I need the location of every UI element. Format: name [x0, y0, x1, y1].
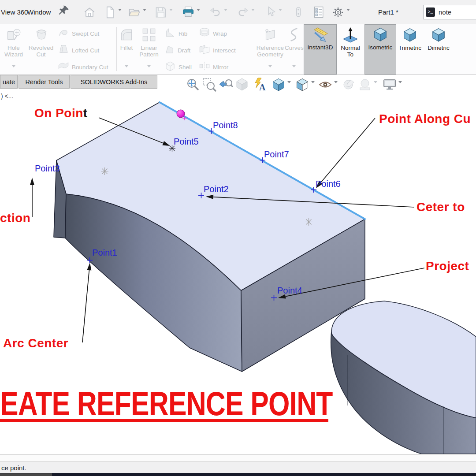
appearance-icon — [342, 77, 357, 92]
appearance-button[interactable] — [341, 77, 357, 93]
section-view-button[interactable] — [234, 77, 250, 93]
point-label-point8: Point8 — [213, 120, 238, 130]
reference-point-marker-icon[interactable] — [168, 145, 176, 154]
annotation-arrow-line — [213, 197, 414, 207]
video-title: EATE REFERENCE POINT — [0, 384, 333, 423]
annotation-visibility-icon: A — [253, 77, 268, 92]
annotation-arc-center: Arc Center — [3, 336, 68, 350]
annotation-arrow-line — [82, 270, 89, 342]
view-orientation-dropdown-caret[interactable] — [287, 83, 291, 91]
annotation-text: Project — [426, 259, 469, 273]
view-orientation-icon — [271, 77, 286, 92]
previous-view-button[interactable] — [218, 77, 234, 93]
svg-text:A: A — [259, 82, 266, 92]
point-label-point3: Point3 — [35, 164, 60, 174]
point-label-point6: Point6 — [316, 179, 341, 189]
annotation-arrow-line — [286, 268, 424, 297]
reference-point-marker-icon[interactable] — [271, 294, 277, 303]
annotation-project: Project — [426, 259, 469, 273]
point-label-point1: Point1 — [92, 248, 117, 258]
annotation-suffix: t — [83, 106, 88, 120]
annotation-text: On Poin — [34, 106, 83, 120]
annotation-point-along-curve: Point Along Cu — [379, 112, 471, 126]
annotation-text: Ceter to — [416, 200, 465, 214]
point-label-point7: Point7 — [264, 149, 289, 160]
annotation-text: Point Along Cu — [379, 112, 471, 126]
asterisk-marker-icon — [305, 218, 313, 228]
scene-button[interactable] — [357, 77, 373, 93]
section-view-icon — [234, 77, 249, 92]
hide-items-icon — [318, 77, 333, 92]
annotation-arrow-line — [99, 118, 163, 143]
hide-items-button[interactable] — [317, 77, 333, 93]
view-settings-button[interactable] — [382, 77, 398, 93]
reference-point-marker-icon[interactable] — [208, 128, 215, 136]
status-strip — [0, 454, 476, 461]
previous-view-icon — [218, 77, 233, 92]
scene-icon — [357, 77, 372, 92]
annotation-arrowhead-icon — [206, 195, 213, 199]
title-underline — [0, 419, 328, 422]
reference-point-marker-icon[interactable] — [310, 186, 317, 195]
reference-point-marker-icon[interactable] — [259, 157, 266, 165]
scene-dropdown-caret[interactable] — [374, 83, 377, 91]
point-label-point4: Point4 — [277, 286, 302, 296]
view-settings-dropdown-caret[interactable] — [398, 83, 402, 91]
zoom-fit-icon — [186, 77, 201, 92]
annotation-on-point: On Point — [34, 106, 88, 120]
annotation-arrowhead-icon — [30, 178, 34, 185]
view-orientation-button[interactable] — [271, 77, 286, 93]
annotation-text: Arc Center — [3, 336, 68, 350]
reference-point-marker-icon[interactable] — [198, 192, 205, 201]
annotation-visibility-button[interactable]: A — [252, 77, 268, 93]
annotation-text: ction — [0, 211, 30, 225]
zoom-area-button[interactable] — [201, 77, 217, 93]
point-label-point2: Point2 — [204, 184, 229, 194]
status-message: ce point. — [1, 464, 26, 472]
asterisk-marker-icon — [100, 167, 109, 177]
solidworks-window: Part1 * >_ note View 360Window HoleWizar… — [0, 0, 476, 476]
display-style-button[interactable] — [294, 77, 310, 93]
tab-solidworks-add-ins[interactable]: SOLIDWORKS Add-Ins — [71, 75, 157, 89]
display-style-icon — [295, 77, 310, 92]
hide-items-dropdown-caret[interactable] — [334, 83, 338, 91]
status-bar: ce point. — [0, 461, 476, 473]
zoom-fit-button[interactable] — [185, 77, 201, 93]
annotation-ceter-to: Ceter to — [416, 200, 465, 214]
annotation-ction: ction — [0, 211, 30, 225]
annotation-arrow-line — [321, 118, 375, 182]
tab-uate[interactable]: uate — [0, 75, 18, 89]
reference-point-marker-icon[interactable] — [86, 257, 93, 265]
tab-render-tools[interactable]: Render Tools — [19, 75, 70, 89]
taskbar-strip-left — [0, 473, 52, 476]
display-style-dropdown-caret[interactable] — [311, 83, 315, 91]
point-label-point5: Point5 — [174, 137, 199, 147]
taskbar-strip — [0, 473, 476, 476]
zoom-area-icon — [202, 77, 217, 92]
view-settings-icon — [382, 77, 397, 92]
